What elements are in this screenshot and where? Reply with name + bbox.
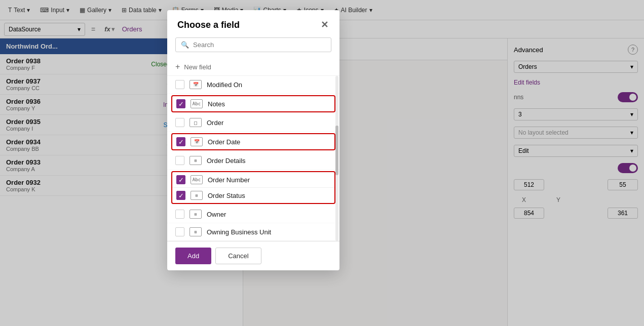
field-label-order-details: Order Details	[207, 157, 246, 165]
field-item-order-date-wrapper: ✓ 📅 Order Date	[171, 133, 335, 150]
scrollbar-track[interactable]	[335, 76, 338, 241]
field-item-order-details[interactable]: ⊞ Order Details	[167, 152, 339, 170]
field-item-order-date[interactable]: ✓ 📅 Order Date	[172, 134, 334, 149]
modal-close-button[interactable]: ✕	[320, 18, 329, 31]
modal-title: Choose a field	[177, 20, 240, 30]
field-label-order: Order	[207, 119, 223, 127]
field-checkbox-notes[interactable]: ✓	[176, 99, 185, 108]
field-item-order[interactable]: □ Order	[167, 114, 339, 132]
field-icon-grid3: ⊞	[190, 210, 202, 219]
field-icon-cal: 📅	[190, 80, 202, 89]
field-label-order-number: Order Number	[208, 176, 250, 184]
cancel-button[interactable]: Cancel	[215, 248, 261, 264]
field-label-order-date: Order Date	[208, 138, 240, 146]
field-item-notes-wrapper: ✓ Abc Notes	[171, 95, 335, 112]
field-label-owning-business-unit: Owning Business Unit	[207, 228, 271, 236]
field-item-order-number[interactable]: ✓ Abc Order Number	[172, 172, 334, 188]
field-checkbox-modified-on[interactable]	[175, 80, 184, 89]
choose-field-modal: Choose a field ✕ 🔍 + New field 📅 Modifie…	[167, 10, 339, 270]
field-group-order-num-status: ✓ Abc Order Number ✓ ⊞ Order Status	[171, 171, 335, 204]
field-checkbox-order-date[interactable]: ✓	[176, 137, 185, 146]
field-list: 📅 Modified On ✓ Abc Notes □ Order	[167, 75, 339, 241]
field-icon-abc: Abc	[191, 99, 203, 108]
field-checkbox-order-number[interactable]: ✓	[176, 175, 185, 184]
search-input[interactable]	[193, 41, 326, 49]
field-label-owner: Owner	[207, 211, 226, 218]
field-checkbox-owner[interactable]	[175, 210, 184, 219]
field-icon-grid4: ⊞	[190, 227, 202, 236]
field-checkbox-order-status[interactable]: ✓	[176, 191, 185, 200]
field-item-order-status[interactable]: ✓ ⊞ Order Status	[172, 188, 334, 203]
field-icon-abc2: Abc	[191, 175, 203, 184]
modal-title-bar: Choose a field ✕	[167, 10, 339, 37]
field-label-order-status: Order Status	[208, 192, 245, 199]
field-item-owner[interactable]: ⊞ Owner	[167, 206, 339, 223]
field-label-modified-on: Modified On	[207, 81, 242, 89]
scrollbar-thumb[interactable]	[335, 126, 338, 175]
field-item-owning-business-unit[interactable]: ⊞ Owning Business Unit	[167, 223, 339, 241]
add-button[interactable]: Add	[175, 248, 211, 264]
field-item-modified-on[interactable]: 📅 Modified On	[167, 76, 339, 94]
field-label-notes: Notes	[208, 100, 225, 108]
field-checkbox-owning-business-unit[interactable]	[175, 227, 184, 236]
field-icon-grid2: ⊞	[191, 191, 203, 200]
field-icon-box: □	[190, 118, 202, 127]
search-icon: 🔍	[181, 41, 189, 49]
field-checkbox-order-details[interactable]	[175, 156, 184, 165]
new-field-button[interactable]: + New field	[167, 58, 339, 75]
modal-footer: Add Cancel	[167, 241, 339, 270]
modal-overlay: Choose a field ✕ 🔍 + New field 📅 Modifie…	[0, 0, 644, 326]
field-icon-cal2: 📅	[191, 137, 203, 146]
plus-icon: +	[175, 62, 180, 71]
modal-search-box[interactable]: 🔍	[175, 37, 331, 52]
field-icon-grid: ⊞	[190, 156, 202, 165]
field-item-notes[interactable]: ✓ Abc Notes	[172, 96, 334, 111]
field-checkbox-order[interactable]	[175, 118, 184, 127]
